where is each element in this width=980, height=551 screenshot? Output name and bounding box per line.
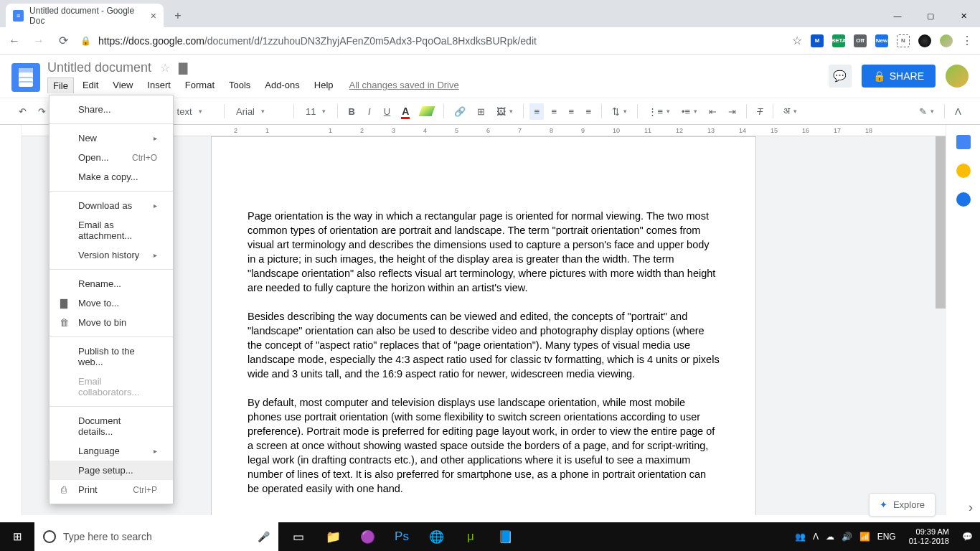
extension-icon[interactable]: BETA xyxy=(832,34,845,47)
back-button[interactable]: ← xyxy=(7,34,22,47)
underline-button[interactable]: U xyxy=(380,103,395,120)
volume-icon[interactable]: 🔊 xyxy=(842,532,852,542)
menu-language[interactable]: Language▸ xyxy=(50,441,173,461)
menu-publish-web[interactable]: Publish to the web... xyxy=(50,342,173,372)
insert-comment-button[interactable]: ⊞ xyxy=(473,103,489,120)
star-document-icon[interactable]: ☆ xyxy=(160,61,170,75)
wifi-icon[interactable]: 📶 xyxy=(859,532,870,542)
clear-formatting-button[interactable]: T xyxy=(753,103,767,120)
browser-tab[interactable]: ≡ Untitled document - Google Doc × xyxy=(6,4,164,27)
menu-download-as[interactable]: Download as▸ xyxy=(50,196,173,215)
text-color-button[interactable]: A xyxy=(397,103,413,120)
menu-addons[interactable]: Add-ons xyxy=(259,77,305,93)
menu-tools[interactable]: Tools xyxy=(223,77,256,93)
utorrent-icon[interactable]: μ xyxy=(453,522,488,551)
editing-mode-button[interactable]: ✎ xyxy=(915,103,938,120)
document-page[interactable]: Page orientation is the way in which a r… xyxy=(211,136,756,515)
menu-format[interactable]: Format xyxy=(179,77,220,93)
input-tools-button[interactable]: अ xyxy=(779,103,801,120)
menu-move-to-bin[interactable]: 🗑Move to bin xyxy=(50,313,173,332)
start-button[interactable]: ⊞ xyxy=(0,522,34,551)
maximize-button[interactable]: ▢ xyxy=(914,4,947,27)
reload-button[interactable]: ⟳ xyxy=(56,34,70,47)
chrome-icon[interactable]: 🌐 xyxy=(419,522,453,551)
redo-button[interactable]: ↷ xyxy=(34,103,50,120)
profile-avatar-icon[interactable] xyxy=(940,34,953,47)
font-select[interactable]: Arial xyxy=(230,103,288,120)
vertical-scrollbar[interactable] xyxy=(936,136,946,515)
insert-image-button[interactable]: 🖼 xyxy=(492,103,517,120)
bulleted-list-button[interactable]: •≡ xyxy=(677,103,702,120)
menu-insert[interactable]: Insert xyxy=(141,77,176,93)
minimize-button[interactable]: — xyxy=(881,4,914,27)
explore-button[interactable]: ✦ Explore xyxy=(869,493,936,517)
line-spacing-button[interactable]: ⇅ xyxy=(608,103,631,120)
highlight-button[interactable] xyxy=(416,103,438,119)
extension-icon[interactable] xyxy=(918,34,931,47)
menu-file[interactable]: File xyxy=(47,77,74,93)
extension-icon[interactable]: M xyxy=(811,34,824,47)
app-icon[interactable]: 🟣 xyxy=(350,522,385,551)
scroll-thumb[interactable] xyxy=(936,136,946,309)
taskbar-search[interactable]: Type here to search 🎤 xyxy=(34,522,278,551)
mic-icon[interactable]: 🎤 xyxy=(258,531,270,542)
align-left-button[interactable]: ≡ xyxy=(529,103,544,120)
file-explorer-icon[interactable]: 📁 xyxy=(316,522,350,551)
menu-open[interactable]: Open...Ctrl+O xyxy=(50,148,173,167)
app-icon[interactable]: 📘 xyxy=(488,522,522,551)
account-avatar[interactable] xyxy=(946,65,969,88)
tray-chevron-icon[interactable]: ᐱ xyxy=(813,532,819,542)
menu-help[interactable]: Help xyxy=(308,77,339,93)
menu-version-history[interactable]: Version history▸ xyxy=(50,245,173,265)
people-icon[interactable]: 👥 xyxy=(795,532,806,542)
bookmark-star-icon[interactable]: ☆ xyxy=(792,34,802,47)
numbered-list-button[interactable]: ⋮≡ xyxy=(644,103,674,120)
comments-button[interactable]: 💬 xyxy=(829,65,852,88)
menu-rename[interactable]: Rename... xyxy=(50,274,173,293)
calendar-icon[interactable] xyxy=(956,135,971,149)
tasks-icon[interactable] xyxy=(956,192,971,207)
extension-icon[interactable]: New xyxy=(875,34,888,47)
menu-page-setup[interactable]: Page setup... xyxy=(50,461,173,480)
extension-icon[interactable]: Off xyxy=(854,34,867,47)
close-tab-icon[interactable]: × xyxy=(151,10,156,22)
bold-button[interactable]: B xyxy=(344,103,359,120)
menu-move-to[interactable]: ▇Move to... xyxy=(50,293,173,313)
side-panel-toggle[interactable]: › xyxy=(969,500,973,515)
menu-view[interactable]: View xyxy=(107,77,138,93)
share-button[interactable]: 🔒 SHARE xyxy=(862,65,936,88)
extension-icon[interactable]: N xyxy=(897,34,910,47)
menu-share[interactable]: Share... xyxy=(50,100,173,119)
hide-menus-button[interactable]: ᐱ xyxy=(951,103,966,120)
italic-button[interactable]: I xyxy=(362,103,377,120)
clock[interactable]: 09:39 AM 01-12-2018 xyxy=(909,527,949,546)
url-box[interactable]: 🔒 https://docs.google.com/document/d/1zz… xyxy=(80,35,782,47)
browser-menu-icon[interactable]: ⋮ xyxy=(961,34,973,47)
menu-new[interactable]: New▸ xyxy=(50,128,173,148)
document-title[interactable]: Untitled document xyxy=(47,60,151,75)
language-indicator[interactable]: ENG xyxy=(877,532,896,542)
keep-icon[interactable] xyxy=(956,164,971,178)
menu-print[interactable]: ⎙PrintCtrl+P xyxy=(50,480,173,499)
align-justify-button[interactable]: ≡ xyxy=(581,103,595,120)
move-folder-icon[interactable]: ▇ xyxy=(179,61,187,75)
menu-make-copy[interactable]: Make a copy... xyxy=(50,167,173,187)
notifications-icon[interactable]: 💬 xyxy=(962,532,973,542)
forward-button[interactable]: → xyxy=(32,34,46,47)
font-size-select[interactable]: 11 xyxy=(300,103,331,120)
new-tab-button[interactable]: + xyxy=(168,6,188,26)
undo-button[interactable]: ↶ xyxy=(14,103,31,120)
align-right-button[interactable]: ≡ xyxy=(564,103,578,120)
indent-increase-button[interactable]: ⇥ xyxy=(724,103,740,120)
photoshop-icon[interactable]: Ps xyxy=(385,522,419,551)
align-center-button[interactable]: ≡ xyxy=(547,103,561,120)
insert-link-button[interactable]: 🔗 xyxy=(450,103,470,120)
menu-edit[interactable]: Edit xyxy=(77,77,104,93)
task-view-icon[interactable]: ▭ xyxy=(281,522,316,551)
save-status[interactable]: All changes saved in Drive xyxy=(349,80,459,90)
onedrive-icon[interactable]: ☁ xyxy=(826,532,834,542)
close-window-button[interactable]: ✕ xyxy=(947,4,980,27)
indent-decrease-button[interactable]: ⇤ xyxy=(705,103,721,120)
menu-document-details[interactable]: Document details... xyxy=(50,411,173,441)
docs-logo-icon[interactable] xyxy=(11,63,40,92)
